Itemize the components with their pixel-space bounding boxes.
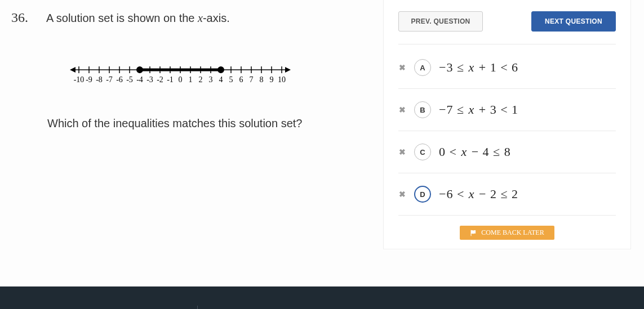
svg-text:-10: -10 bbox=[74, 75, 85, 84]
svg-text:2: 2 bbox=[199, 75, 203, 84]
eliminate-button[interactable]: ✖ bbox=[398, 147, 406, 156]
svg-text:0: 0 bbox=[179, 75, 183, 84]
come-back-later-button[interactable]: COME BACK LATER bbox=[460, 226, 554, 240]
answer-choice-a[interactable]: A bbox=[414, 59, 431, 76]
svg-text:-7: -7 bbox=[106, 75, 113, 84]
svg-text:-9: -9 bbox=[86, 75, 92, 84]
svg-text:-1: -1 bbox=[167, 75, 174, 84]
svg-point-25 bbox=[137, 67, 143, 73]
svg-text:-3: -3 bbox=[146, 75, 153, 84]
svg-text:-2: -2 bbox=[157, 75, 163, 84]
svg-text:-8: -8 bbox=[96, 75, 103, 84]
answer-expression: 0 < x − 4 ≤ 8 bbox=[439, 145, 511, 159]
svg-text:9: 9 bbox=[270, 75, 274, 84]
svg-text:10: 10 bbox=[278, 75, 286, 84]
answer-row-c: ✖C0 < x − 4 ≤ 8 bbox=[398, 131, 616, 173]
answer-expression: −3 ≤ x + 1 < 6 bbox=[439, 60, 518, 75]
svg-point-26 bbox=[218, 67, 224, 73]
question-prompt: A solution set is shown on the x-axis. bbox=[46, 10, 230, 26]
prev-question-button[interactable]: PREV. QUESTION bbox=[398, 11, 483, 32]
next-question-button[interactable]: NEXT QUESTION bbox=[531, 11, 616, 32]
svg-text:5: 5 bbox=[229, 75, 233, 84]
come-back-later-label: COME BACK LATER bbox=[481, 229, 544, 237]
answer-panel: PREV. QUESTION NEXT QUESTION ✖A−3 ≤ x + … bbox=[383, 0, 631, 249]
answer-choice-d[interactable]: D bbox=[414, 186, 431, 203]
flag-icon bbox=[470, 230, 477, 236]
svg-text:-4: -4 bbox=[136, 75, 143, 84]
svg-text:7: 7 bbox=[250, 75, 254, 84]
numberline-figure: -10-9-8-7-6-5-4-3-2-1012345678910 bbox=[68, 60, 361, 93]
svg-text:-5: -5 bbox=[126, 75, 133, 84]
svg-text:-6: -6 bbox=[116, 75, 123, 84]
answer-expression: −6 < x − 2 ≤ 2 bbox=[439, 187, 518, 201]
svg-marker-2 bbox=[285, 67, 291, 73]
answer-row-a: ✖A−3 ≤ x + 1 < 6 bbox=[398, 56, 616, 89]
footer-bar bbox=[0, 286, 644, 309]
answer-choice-b[interactable]: B bbox=[414, 101, 431, 118]
answer-row-d: ✖D−6 < x − 2 ≤ 2 bbox=[398, 173, 616, 216]
svg-text:3: 3 bbox=[209, 75, 213, 84]
eliminate-button[interactable]: ✖ bbox=[398, 190, 406, 199]
question-subprompt: Which of the inequalities matches this s… bbox=[47, 117, 361, 130]
svg-text:8: 8 bbox=[260, 75, 264, 84]
svg-marker-1 bbox=[70, 67, 75, 73]
svg-text:1: 1 bbox=[189, 75, 193, 84]
question-panel: 36. A solution set is shown on the x-axi… bbox=[0, 0, 372, 249]
answer-expression: −7 ≤ x + 3 < 1 bbox=[439, 102, 518, 117]
eliminate-button[interactable]: ✖ bbox=[398, 105, 406, 114]
answer-choice-c[interactable]: C bbox=[414, 144, 431, 160]
question-number: 36. bbox=[11, 10, 36, 25]
svg-text:4: 4 bbox=[219, 75, 223, 84]
answer-row-b: ✖B−7 ≤ x + 3 < 1 bbox=[398, 89, 616, 131]
eliminate-button[interactable]: ✖ bbox=[398, 63, 406, 72]
answers-list: ✖A−3 ≤ x + 1 < 6✖B−7 ≤ x + 3 < 1✖C0 < x … bbox=[398, 56, 616, 216]
svg-text:6: 6 bbox=[239, 75, 243, 84]
